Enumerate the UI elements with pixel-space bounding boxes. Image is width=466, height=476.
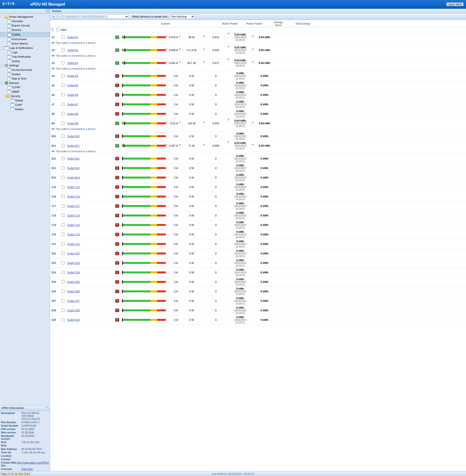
- settings-menu[interactable]: Settings ▾: [66, 15, 78, 18]
- outlet-checkbox[interactable]: [61, 84, 65, 87]
- outlet-off-icon[interactable]: [115, 134, 119, 138]
- sidebar-collapse-button[interactable]: «: [46, 9, 50, 13]
- outlet-link[interactable]: Outlet A5: [67, 84, 78, 87]
- outlet-link[interactable]: Outlet C21: [67, 242, 80, 245]
- outlet-link[interactable]: Outlet C19: [67, 224, 80, 226]
- outlet-off-icon[interactable]: [115, 233, 119, 236]
- nav-item[interactable]: System: [0, 72, 50, 76]
- outlet-off-icon[interactable]: [115, 195, 119, 198]
- outlet-off-icon[interactable]: [115, 318, 119, 321]
- outlet-off-icon[interactable]: [115, 261, 119, 265]
- outlet-checkbox[interactable]: [61, 122, 65, 125]
- outlet-checkbox[interactable]: [61, 93, 65, 96]
- outlet-on-icon[interactable]: [115, 36, 119, 39]
- tree-toggle-icon[interactable]: −: [1, 82, 4, 84]
- nav-item[interactable]: Access Accounts: [0, 68, 50, 72]
- logout-button[interactable]: Logout admin: [446, 2, 464, 6]
- outlet-link[interactable]: Outlet B14: [67, 176, 80, 179]
- turn-onoff-select[interactable]: [107, 14, 129, 19]
- outlet-link[interactable]: Outlet D24: [67, 271, 80, 274]
- outlet-checkbox[interactable]: [61, 144, 65, 147]
- outlet-checkbox[interactable]: [61, 112, 65, 115]
- outlet-link[interactable]: Outlet A7: [67, 103, 78, 106]
- outlet-checkbox[interactable]: [61, 157, 65, 160]
- outlet-link[interactable]: Outlet B8: [67, 112, 78, 115]
- outlet-link[interactable]: Outlet B9: [67, 122, 78, 125]
- outlet-link[interactable]: Outlet B10: [67, 135, 80, 138]
- group-checkbox[interactable]: [56, 28, 59, 31]
- outlet-checkbox[interactable]: [61, 233, 65, 236]
- outlet-on-icon[interactable]: [115, 144, 119, 147]
- outlet-checkbox[interactable]: [61, 223, 65, 226]
- tree-toggle-icon[interactable]: −: [1, 16, 4, 18]
- outlet-link[interactable]: Outlet A4: [67, 74, 78, 77]
- outlet-off-icon[interactable]: [115, 84, 119, 87]
- outlet-link[interactable]: Outlet D28: [67, 309, 80, 312]
- nav-group[interactable]: −Logs & Notifications: [0, 46, 50, 50]
- outlet-checkbox[interactable]: [61, 261, 65, 264]
- outlet-off-icon[interactable]: [115, 280, 119, 284]
- nav-item[interactable]: Trap Notification: [0, 55, 50, 59]
- outlet-checkbox[interactable]: [61, 204, 65, 207]
- outlet-link[interactable]: Outlet B11: [67, 144, 80, 147]
- outlet-on-icon[interactable]: [115, 122, 119, 125]
- outlet-off-icon[interactable]: [115, 204, 119, 208]
- tree-toggle-icon[interactable]: −: [1, 47, 4, 49]
- grid-body[interactable]: −PDU A1 Outlet A1 0.578 A 96 W 0.815 0.0…: [50, 27, 466, 471]
- info-link[interactable]: http://www.eaton.com/ePDU: [17, 461, 49, 464]
- nav-item[interactable]: LDAP: [0, 103, 50, 107]
- outlet-off-icon[interactable]: [115, 309, 119, 312]
- outlet-off-icon[interactable]: [115, 103, 119, 106]
- outlet-checkbox[interactable]: [61, 166, 65, 169]
- outlet-off-icon[interactable]: [115, 242, 119, 246]
- outlet-off-icon[interactable]: [115, 157, 119, 160]
- outlet-link[interactable]: Outlet A2: [67, 49, 78, 52]
- outlet-link[interactable]: Outlet C20: [67, 233, 80, 236]
- relay-select[interactable]: Non-latching: [170, 14, 195, 19]
- outlet-link[interactable]: Outlet C18: [67, 214, 80, 217]
- nav-item[interactable]: Logs: [0, 50, 50, 55]
- outlet-checkbox[interactable]: [61, 271, 65, 274]
- outlet-checkbox[interactable]: [61, 318, 65, 321]
- outlet-checkbox[interactable]: [61, 299, 65, 302]
- outlet-checkbox[interactable]: [61, 252, 65, 255]
- nav-item[interactable]: SNMP: [0, 90, 50, 94]
- nav-item[interactable]: Devices: [0, 28, 50, 32]
- outlet-checkbox[interactable]: [61, 309, 65, 312]
- nav-group[interactable]: −Settings: [0, 63, 50, 68]
- outlet-off-icon[interactable]: [115, 176, 119, 179]
- outlet-link[interactable]: Outlet D25: [67, 280, 80, 283]
- nav-subgroup[interactable]: −Security: [0, 94, 50, 98]
- outlet-checkbox[interactable]: [61, 103, 65, 106]
- nav-item[interactable]: Overview: [0, 19, 50, 23]
- info-link[interactable]: Click here: [21, 467, 33, 470]
- outlet-link[interactable]: Outlet C16: [67, 195, 80, 198]
- outlet-on-icon[interactable]: [115, 48, 119, 52]
- outlet-off-icon[interactable]: [115, 252, 119, 255]
- col-total-energy[interactable]: Total Energy: [291, 20, 315, 27]
- tree-toggle-icon[interactable]: −: [1, 64, 4, 67]
- col-power-factor[interactable]: Power Factor: [242, 20, 267, 27]
- outlet-checkbox[interactable]: [61, 36, 65, 39]
- nav-item[interactable]: TCP/IP: [0, 85, 50, 90]
- nav-item[interactable]: Outlets: [0, 32, 50, 37]
- outlet-off-icon[interactable]: [115, 223, 119, 227]
- outlet-off-icon[interactable]: [115, 290, 119, 293]
- info-toggle-icon[interactable]: ▾: [45, 406, 48, 410]
- nav-group[interactable]: −Network: [0, 81, 50, 85]
- outlet-checkbox[interactable]: [61, 74, 65, 77]
- outlet-checkbox[interactable]: [61, 185, 65, 189]
- outlet-checkbox[interactable]: [61, 280, 65, 283]
- outlet-checkbox[interactable]: [61, 176, 65, 179]
- outlet-link[interactable]: Outlet D23: [67, 262, 80, 264]
- nav-item[interactable]: Global: [0, 98, 50, 103]
- outlet-link[interactable]: Outlet B13: [67, 167, 80, 169]
- nav-item[interactable]: Date & Time: [0, 76, 50, 81]
- outlet-off-icon[interactable]: [115, 185, 119, 189]
- outlet-checkbox[interactable]: [61, 61, 65, 64]
- outlet-link[interactable]: Outlet A3: [67, 61, 78, 64]
- outlet-link[interactable]: Outlet C17: [67, 204, 80, 207]
- outlet-link[interactable]: Outlet D27: [67, 299, 80, 302]
- outlet-off-icon[interactable]: [115, 74, 119, 78]
- nav-item[interactable]: Active Alarms: [0, 41, 50, 46]
